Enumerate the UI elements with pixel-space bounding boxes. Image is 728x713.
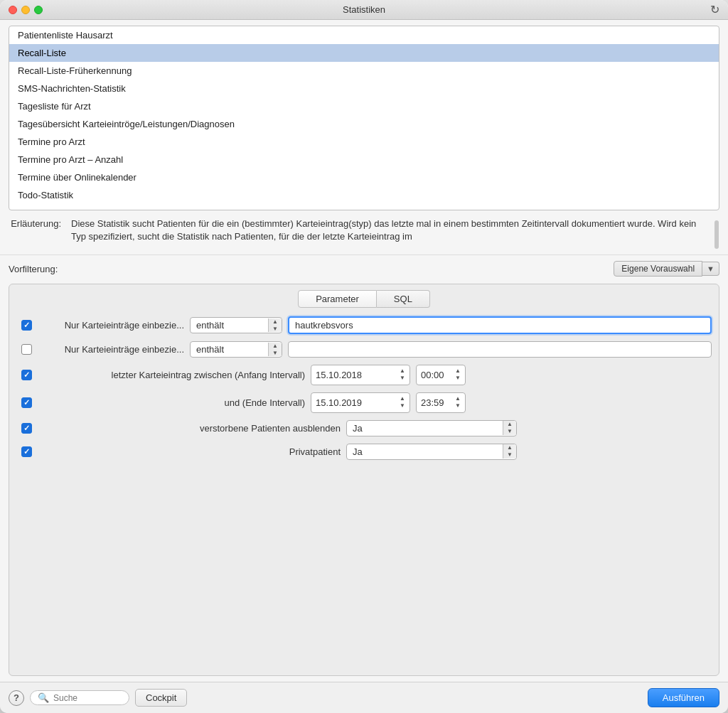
param-label-row5: verstorbene Patienten ausblenden <box>42 423 341 434</box>
param-row-row5: verstorbene Patienten ausblendenJa▲▼ <box>16 420 712 436</box>
wide-select-value-row6: Ja <box>347 444 503 459</box>
select-value-row2: enthält <box>191 342 268 357</box>
checkbox-cell-row4 <box>16 397 36 408</box>
date-arrow-up: ▲ <box>400 395 405 402</box>
time-arrow-down: ▼ <box>455 375 461 382</box>
wide-arrow-down: ▼ <box>507 451 513 459</box>
list-item-sms-nachrichten-statistik[interactable]: SMS-Nachrichten-Statistik <box>9 80 719 97</box>
time-stepper-row4[interactable]: ▲▼ <box>455 395 461 410</box>
main-content: Patientenliste HausarztRecall-ListeRecal… <box>0 20 728 682</box>
search-input[interactable] <box>53 693 117 703</box>
text-input-row2[interactable] <box>288 341 712 358</box>
date-stepper-row3[interactable]: ▲▼ <box>400 368 405 382</box>
scrollbar-thumb <box>714 220 719 249</box>
list-item-termine-onlinekalender[interactable]: Termine über Onlinekalender <box>9 168 719 186</box>
erlaeuterung-section: Erläuterung: Diese Statistik sucht Patie… <box>0 210 728 255</box>
erlaeuterung-label: Erläuterung: <box>9 218 65 229</box>
tab-sql[interactable]: SQL <box>377 290 430 308</box>
arrow-down: ▼ <box>272 350 278 357</box>
checkbox-cell-row6 <box>16 446 36 457</box>
time-arrow-up: ▲ <box>455 395 461 402</box>
time-input-row4[interactable]: 23:59▲▼ <box>416 392 466 413</box>
params-container: ParameterSQL Nur Karteieinträge einbezie… <box>9 284 719 676</box>
bottom-bar: ? 🔍 Cockpit Ausführen <box>0 682 728 713</box>
cockpit-button[interactable]: Cockpit <box>135 689 187 707</box>
time-stepper-row3[interactable]: ▲▼ <box>455 368 461 382</box>
checkbox-cell-row3 <box>16 370 36 380</box>
wide-arrow-up: ▲ <box>507 444 513 451</box>
param-label-row6: Privatpatient <box>42 446 341 457</box>
param-row-row4: und (Ende Intervall)15.10.2019▲▼23:59▲▼ <box>16 392 712 413</box>
param-label-row3: letzter Karteieintrag zwischen (Anfang I… <box>42 370 305 380</box>
date-text-row4: 15.10.2019 <box>316 397 397 408</box>
eigene-vorauswahl-button[interactable]: Eigene Vorauswahl <box>614 261 702 277</box>
select-value-row1: enthält <box>191 318 268 333</box>
wide-select-arrows-row6[interactable]: ▲▼ <box>503 444 516 458</box>
text-input-row1[interactable] <box>288 316 712 334</box>
params-content: Nur Karteieinträge einbezie...enthält▲▼N… <box>9 308 719 675</box>
list-item-recall-liste[interactable]: Recall-Liste <box>9 44 719 62</box>
list-item-tagesliste-arzt[interactable]: Tagesliste für Arzt <box>9 97 719 115</box>
checkbox-cell-row5 <box>16 423 36 434</box>
list-scrollable[interactable]: Patientenliste HausarztRecall-ListeRecal… <box>9 26 719 210</box>
list-item-zuweiser-summen[interactable]: ZuweiserSummen <box>9 204 719 210</box>
time-text-row3: 00:00 <box>421 370 452 380</box>
window-title: Statistiken <box>343 4 385 15</box>
tabs-row: ParameterSQL <box>9 284 719 308</box>
param-row-row3: letzter Karteieintrag zwischen (Anfang I… <box>16 365 712 385</box>
date-stepper-row4[interactable]: ▲▼ <box>400 395 405 410</box>
tab-parameter[interactable]: Parameter <box>298 290 377 308</box>
erlaeuterung-text: Diese Statistik sucht Patienten für die … <box>71 218 708 243</box>
titlebar: Statistiken ↻ <box>0 0 728 20</box>
list-item-tagesuebersicht[interactable]: Tagesübersicht Karteieintröge/Leistungen… <box>9 115 719 133</box>
ausfuehren-button[interactable]: Ausführen <box>648 688 719 707</box>
param-label-row1: Nur Karteieinträge einbezie... <box>42 320 184 331</box>
checkbox-cell-row1 <box>16 320 36 331</box>
checkbox-row1[interactable] <box>21 320 32 331</box>
select-row2[interactable]: enthält▲▼ <box>190 341 282 358</box>
traffic-lights <box>9 6 43 14</box>
wide-arrow-down: ▼ <box>507 428 513 435</box>
eigene-vorauswahl-dropdown[interactable]: ▼ <box>702 262 719 276</box>
main-window: Statistiken ↻ Patientenliste HausarztRec… <box>0 0 728 713</box>
list-item-termine-pro-arzt-anzahl[interactable]: Termine pro Arzt – Anzahl <box>9 151 719 168</box>
refresh-icon[interactable]: ↻ <box>710 3 719 16</box>
date-arrow-down: ▼ <box>400 402 405 409</box>
date-input-row4[interactable]: 15.10.2019▲▼ <box>311 392 410 413</box>
date-input-row3[interactable]: 15.10.2018▲▼ <box>311 365 410 385</box>
param-label-row2: Nur Karteieinträge einbezie... <box>42 344 184 355</box>
time-arrow-up: ▲ <box>455 368 461 375</box>
search-bar: 🔍 <box>30 690 129 705</box>
arrow-down: ▼ <box>272 326 278 333</box>
param-row-row6: PrivatpatientJa▲▼ <box>16 444 712 460</box>
select-arrows-row2[interactable]: ▲▼ <box>268 343 282 356</box>
wide-select-row6[interactable]: Ja▲▼ <box>346 444 517 460</box>
minimize-button[interactable] <box>21 6 30 14</box>
list-item-recall-liste-frueherkennung[interactable]: Recall-Liste-Früherkennung <box>9 62 719 80</box>
wide-select-row5[interactable]: Ja▲▼ <box>346 420 517 436</box>
time-text-row4: 23:59 <box>421 397 452 408</box>
list-item-patientenliste-hausarzt[interactable]: Patientenliste Hausarzt <box>9 26 719 44</box>
close-button[interactable] <box>9 6 17 14</box>
maximize-button[interactable] <box>34 6 43 14</box>
list-item-todo-statistik[interactable]: Todo-Statistik <box>9 186 719 204</box>
param-label-row4: und (Ende Intervall) <box>42 397 305 408</box>
wide-arrow-up: ▲ <box>507 421 513 428</box>
help-button[interactable]: ? <box>9 690 24 706</box>
list-item-termine-pro-arzt[interactable]: Termine pro Arzt <box>9 133 719 151</box>
checkbox-row4[interactable] <box>21 397 32 408</box>
arrow-up: ▲ <box>272 343 278 350</box>
time-input-row3[interactable]: 00:00▲▼ <box>416 365 466 385</box>
select-row1[interactable]: enthält▲▼ <box>190 317 282 333</box>
search-icon: 🔍 <box>38 692 49 703</box>
date-text-row3: 15.10.2018 <box>316 370 397 380</box>
date-arrow-up: ▲ <box>400 368 405 375</box>
checkbox-row3[interactable] <box>21 370 32 380</box>
checkbox-row6[interactable] <box>21 446 32 457</box>
checkbox-row5[interactable] <box>21 423 32 434</box>
wide-select-arrows-row5[interactable]: ▲▼ <box>503 421 516 434</box>
checkbox-row2[interactable] <box>21 344 32 355</box>
select-arrows-row1[interactable]: ▲▼ <box>268 318 282 332</box>
date-arrow-down: ▼ <box>400 375 405 382</box>
vorfilterung-label: Vorfilterung: <box>9 264 65 274</box>
